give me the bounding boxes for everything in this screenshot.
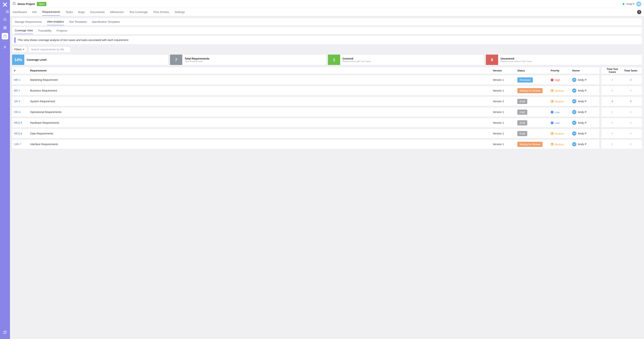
priority-badge: ◐Medium — [551, 132, 564, 135]
req-id-link[interactable]: UIR-7 — [14, 143, 30, 146]
test-cases-count: 0 — [603, 78, 622, 81]
table-row[interactable]: REQ-6 Data Requirements Version 1 Draft … — [12, 129, 600, 138]
top-bar: Demo Project Open Andy P AP — [10, 0, 644, 8]
table-row[interactable]: MR-1 Marketing Requirement Version 1 › R… — [12, 75, 600, 85]
filters-button[interactable]: Filters — [12, 46, 27, 52]
priority-icon: ◐ — [551, 143, 554, 146]
expand-icon[interactable]: › — [513, 142, 517, 146]
status-badge: Draft — [517, 110, 527, 115]
priority-icon: ◐ — [551, 89, 554, 92]
stat-card-uncovered[interactable]: 6 Uncovered Requirements without Test Ca… — [486, 54, 642, 65]
owner-cell: APAndy P — [572, 88, 598, 93]
briefcase-icon — [13, 2, 16, 6]
status-badge: Reviewed — [517, 77, 533, 82]
app-logo-icon[interactable] — [2, 1, 8, 8]
test-cases-count: 0 — [603, 121, 622, 124]
req-id-link[interactable]: SR-3 — [14, 100, 30, 103]
tasks-count: 0 — [622, 143, 640, 146]
tab-requirements[interactable]: Requirements — [42, 8, 60, 16]
table-row[interactable]: REQ-5 Hardware Requirements Version 1 Dr… — [12, 118, 600, 128]
owner-cell: APAndy P — [572, 121, 598, 125]
owner-name: Andy P — [578, 89, 586, 92]
stat-card-covered[interactable]: 1 Covered Requirements with Test Cases — [328, 54, 484, 65]
req-title: Interface Requirements — [30, 143, 493, 146]
svg-rect-2 — [4, 28, 4, 29]
table-row: 0 0 — [601, 118, 642, 128]
sidebar-item-dashboard[interactable] — [2, 24, 8, 31]
subtab-manage-requirements[interactable]: Manage Requirements — [15, 18, 42, 25]
req-title: System Requirement — [30, 100, 493, 103]
expand-icon[interactable]: › — [513, 78, 517, 82]
table-row[interactable]: OR-4 Operational Requirements Version 1 … — [12, 107, 600, 117]
table-row: 0 0 — [601, 107, 642, 117]
expand-icon[interactable]: › — [513, 89, 517, 92]
tab-test-coverage[interactable]: Test Coverage — [129, 8, 148, 15]
test-cases-count: 0 — [603, 143, 622, 146]
subtab-progress[interactable]: Progress — [56, 27, 67, 34]
table-row[interactable]: BR-2 Business Requirement Version 1 › Wa… — [12, 86, 600, 95]
req-id-link[interactable]: REQ-5 — [14, 121, 30, 124]
stat-subtitle: Total Requirements — [184, 60, 210, 62]
current-user-name[interactable]: Andy P — [626, 2, 634, 5]
tab-dashboard[interactable]: Dashboard — [13, 8, 27, 15]
sidebar-item-projects[interactable] — [2, 33, 8, 39]
tab-bugs[interactable]: Bugs — [78, 8, 85, 15]
owner-cell: APAndy P — [572, 131, 598, 136]
sidebar-item-users[interactable] — [2, 44, 8, 50]
search-input[interactable] — [28, 46, 70, 52]
table-row[interactable]: SR-3 System Requirement Version 2 Draft … — [12, 96, 600, 106]
stat-title: Coverage Level — [27, 58, 46, 61]
subtab-traceability[interactable]: Traceability — [38, 27, 52, 34]
owner-name: Andy P — [578, 110, 586, 114]
tab-time-entries[interactable]: Time Entries — [153, 8, 169, 15]
tab-milestones[interactable]: Milestones — [110, 8, 124, 15]
tab-settings[interactable]: Settings — [174, 8, 185, 15]
req-id-link[interactable]: OR-4 — [14, 110, 30, 114]
svg-rect-0 — [4, 26, 4, 27]
tasks-count[interactable]: 4 — [622, 100, 640, 103]
req-version: Version 1 — [493, 89, 513, 92]
table-row: 0 2 — [601, 75, 642, 85]
subtab-specification-templates[interactable]: Specification Templates — [92, 18, 120, 25]
sidebar-item-support[interactable] — [2, 329, 8, 336]
stat-box: 7 — [170, 55, 182, 65]
tasks-count: 0 — [622, 132, 640, 135]
tab-tasks[interactable]: Tasks — [66, 8, 73, 15]
table-row[interactable]: UIR-7 Interface Requirements Version 1 ›… — [12, 139, 600, 149]
priority-icon: ! — [551, 78, 554, 81]
table-header-left: # Requirements Version Status Priority O… — [12, 67, 600, 74]
stat-card-total[interactable]: 7 Total Requirements Total Requirements — [170, 54, 326, 65]
req-title: Business Requirement — [30, 89, 493, 92]
col-requirements: Requirements — [30, 69, 493, 72]
help-icon[interactable]: ? — [637, 10, 641, 14]
owner-avatar: AP — [572, 99, 576, 103]
req-title: Marketing Requirement — [30, 78, 493, 81]
subtab-text-templates[interactable]: Text Templates — [69, 18, 87, 25]
stat-box: 1 — [328, 55, 340, 65]
owner-name: Andy P — [578, 100, 586, 103]
req-title: Hardware Requirements — [30, 121, 493, 124]
project-name[interactable]: Demo Project — [18, 2, 35, 5]
stat-title: Total Requirements — [184, 57, 210, 60]
avatar[interactable]: AP — [636, 1, 641, 6]
project-status-badge: Open — [37, 2, 46, 6]
stat-box: 14% — [12, 55, 24, 65]
stat-card-coverage[interactable]: 14% Coverage Level — [12, 54, 168, 65]
collapse-sidebar-icon[interactable] — [5, 9, 10, 14]
subtab-coverage-view[interactable]: Coverage View — [15, 27, 33, 34]
req-id-link[interactable]: BR-2 — [14, 89, 30, 92]
priority-icon: ! — [551, 121, 554, 124]
tasks-count[interactable]: 2 — [622, 78, 640, 81]
tab-documents[interactable]: Documents — [90, 8, 105, 15]
col-version: Version — [493, 69, 513, 72]
sidebar-item-notifications[interactable] — [2, 16, 8, 22]
subtab-view-analytics[interactable]: View Analytics — [47, 18, 64, 25]
chevron-down-icon — [23, 49, 24, 50]
req-id-link[interactable]: MR-1 — [14, 78, 30, 81]
req-id-link[interactable]: REQ-6 — [14, 132, 30, 135]
col-owner: Owner — [572, 69, 598, 72]
req-title: Operational Requirements — [30, 110, 493, 114]
test-cases-count[interactable]: 5 — [603, 100, 622, 103]
table-row: 5 4 — [601, 96, 642, 106]
tab-info[interactable]: Info — [32, 8, 37, 15]
